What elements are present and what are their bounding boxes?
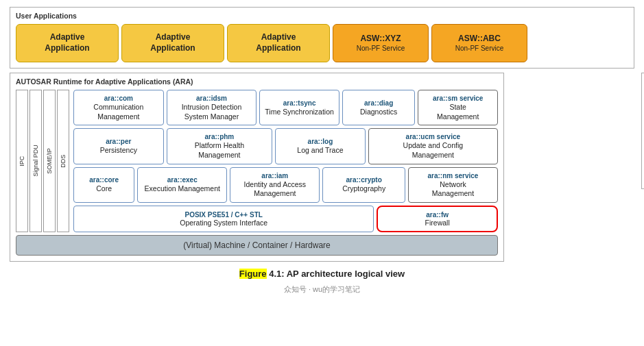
non-pf-service-xyz: ASW::XYZ Non-PF Service (333, 24, 429, 62)
ara-core: ara::core Core (73, 167, 134, 203)
adaptive-app-1: AdaptiveApplication (16, 24, 119, 62)
ara-diag: ara::diag Diagnostics (342, 90, 416, 125)
ara-sm-service: ara::sm service StateManagement (418, 90, 498, 125)
ara-nm-service: ara::nm service NetworkManagement (408, 167, 498, 203)
ara-log: ara::log Log and Trace (275, 128, 366, 164)
ara-com: ara::com CommunicationManagement (73, 90, 164, 125)
figure-caption: Figure 4.1: AP architecture logical view (10, 266, 634, 280)
ara-section: AUTOSAR Runtime for Adaptive Application… (10, 73, 504, 262)
ara-row-3: ara::core Core ara::exec Execution Manag… (73, 167, 498, 203)
label-signal-pdu: Signal PDU (29, 90, 42, 232)
ara-outer-wrapper: AUTOSAR Runtime for Adaptive Application… (10, 73, 634, 262)
left-labels: IPC Signal PDU SOME/IP DDS (16, 90, 69, 232)
user-apps-section: User Applications AdaptiveApplication Ad… (10, 7, 634, 69)
adaptive-app-3: AdaptiveApplication (227, 24, 330, 62)
adaptive-app-2: AdaptiveApplication (121, 24, 224, 62)
ara-row-1: ara::com CommunicationManagement ara::id… (73, 90, 498, 125)
ara-phm: ara::phm Platform HealthManagement (167, 128, 273, 164)
ara-section-label: AUTOSAR Runtime for Adaptive Application… (16, 77, 498, 86)
watermark: 众知号 · wu的学习笔记 (10, 284, 634, 296)
user-apps-row: AdaptiveApplication AdaptiveApplication … (16, 24, 628, 62)
posix-row: POSIX PSE51 / C++ STL Operating System I… (73, 206, 498, 232)
non-pf-service-abc: ASW::ABC Non-PF Service (431, 24, 527, 62)
posix-box: POSIX PSE51 / C++ STL Operating System I… (73, 206, 374, 232)
ara-row-2: ara::per Persistency ara::phm Platform H… (73, 128, 498, 164)
label-dds: DDS (57, 90, 69, 232)
ara-tsync: ara::tsync Time Synchronization (259, 90, 339, 125)
figure-word: Figure (239, 269, 267, 279)
key-panel: Key SERVICE Non-PF Service SERVICE Platf… (641, 73, 644, 189)
ara-per: ara::per Persistency (73, 128, 164, 164)
caption-rest: 4.1: AP architecture logical view (267, 269, 405, 279)
fw-box: ara::fw Firewall (377, 206, 498, 232)
label-ipc: IPC (16, 90, 28, 232)
vm-row: (Virtual) Machine / Container / Hardware (16, 235, 498, 256)
user-apps-label: User Applications (16, 12, 628, 20)
ara-exec: ara::exec Execution Management (137, 167, 227, 203)
ara-iam: ara::iam Identity and AccessManagement (230, 167, 320, 203)
ara-ucm-service: ara::ucm service Update and ConfigManage… (368, 128, 498, 164)
ara-idsm: ara::idsm Intrusion DetectionSystem Mana… (167, 90, 257, 125)
ara-grid: ara::com CommunicationManagement ara::id… (73, 90, 498, 232)
label-someip: SOME/IP (43, 90, 56, 232)
ara-crypto: ara::crypto Cryptography (322, 167, 405, 203)
